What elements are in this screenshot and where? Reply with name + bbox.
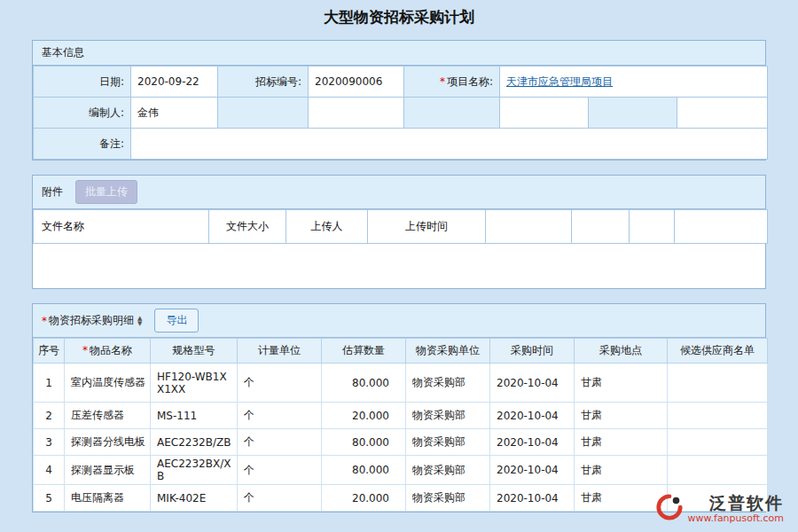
date-value: 2020-09-22 — [131, 66, 218, 98]
basic-row-2: 编制人: 金伟 — [34, 98, 768, 129]
fanpu-logo-icon — [655, 493, 684, 524]
cell-unit: 个 — [238, 429, 322, 456]
cell-spec-model: AEC2232B/ZB — [151, 429, 238, 456]
vendor-logo: 泛普软件 www.fanpusoft.com — [655, 493, 784, 525]
basic-info-form: 日期: 2020-09-22 招标编号: 2020090006 *项目名称: 天… — [33, 66, 768, 160]
detail-title: 物资招标采购明细 — [49, 313, 134, 328]
cell-purchase-dept: 物资采购部 — [406, 429, 490, 456]
col-unit: 计量单位 — [238, 339, 322, 364]
basic-row-1: 日期: 2020-09-22 招标编号: 2020090006 *项目名称: 天… — [34, 66, 768, 98]
editor-value: 金伟 — [131, 98, 218, 129]
detail-header-row: 序号 *物品名称 规格型号 计量单位 估算数量 物资采购单位 采购时间 采购地点… — [34, 339, 768, 364]
col-estimated-qty: 估算数量 — [322, 339, 406, 364]
table-row: 2 压差传感器 MS-111 个 20.000 物资采购部 2020-10-04… — [34, 403, 768, 429]
cell-item-name: 探测器分线电板 — [65, 429, 151, 456]
col-upload-time: 上传时间 — [368, 210, 486, 244]
col-seq: 序号 — [34, 339, 65, 364]
cell-candidate-suppliers — [668, 364, 768, 403]
table-row: 4 探测器显示板 AEC2232BX/XB 个 80.000 物资采购部 202… — [34, 456, 768, 485]
cell-purchase-place: 甘肃 — [575, 364, 668, 403]
basic-info-section: 基本信息 日期: 2020-09-22 招标编号: 2020090006 *项目… — [32, 40, 766, 160]
basic-info-header: 基本信息 — [33, 41, 765, 66]
col-purchase-dept: 物资采购单位 — [406, 339, 490, 364]
project-link[interactable]: 天津市应急管理局项目 — [506, 75, 613, 88]
col-uploader: 上传人 — [286, 210, 368, 244]
cell-estimated-qty: 80.000 — [322, 364, 406, 403]
cell-item-name: 电压隔离器 — [65, 485, 151, 512]
cell-purchase-time: 2020-10-04 — [490, 485, 575, 512]
empty-label-cell — [218, 98, 309, 129]
editor-label: 编制人: — [34, 98, 131, 129]
col-candidate-suppliers: 候选供应商名单 — [668, 339, 768, 364]
col-purchase-time: 采购时间 — [490, 339, 575, 364]
detail-table: 序号 *物品名称 规格型号 计量单位 估算数量 物资采购单位 采购时间 采购地点… — [33, 338, 768, 512]
col-spec-model: 规格型号 — [151, 339, 238, 364]
cell-seq: 2 — [34, 403, 65, 429]
cell-spec-model: MS-111 — [151, 403, 238, 429]
cell-candidate-suppliers — [668, 456, 768, 485]
required-mark: * — [42, 315, 47, 327]
empty-label-cell — [589, 98, 677, 129]
col-file-name: 文件名称 — [34, 210, 209, 244]
col-empty — [630, 210, 675, 244]
cell-purchase-dept: 物资采购部 — [406, 456, 490, 485]
cell-seq: 4 — [34, 456, 65, 485]
cell-candidate-suppliers — [668, 403, 768, 429]
sort-toggle-icon[interactable]: ▲ ▼ — [137, 316, 142, 326]
table-row: 1 室内温度传感器 HF120-WB1XX1XX 个 80.000 物资采购部 … — [34, 364, 768, 403]
required-mark: * — [440, 75, 445, 88]
empty-value-cell — [677, 98, 768, 129]
empty-label-cell — [404, 98, 500, 129]
cell-estimated-qty: 20.000 — [322, 485, 406, 512]
vendor-brand: 泛普软件 — [709, 493, 784, 512]
cell-purchase-time: 2020-10-04 — [490, 429, 575, 456]
cell-estimated-qty: 20.000 — [322, 403, 406, 429]
cell-item-name: 压差传感器 — [65, 403, 151, 429]
bid-no-value: 2020090006 — [309, 66, 404, 98]
remark-value — [131, 129, 768, 160]
cell-purchase-place: 甘肃 — [575, 485, 668, 512]
detail-section: * 物资招标采购明细 ▲ ▼ 导出 序号 *物品名称 规格型号 计量单位 估算数… — [32, 303, 766, 512]
cell-item-name: 室内温度传感器 — [65, 364, 151, 403]
col-empty — [675, 210, 768, 244]
cell-seq: 3 — [34, 429, 65, 456]
detail-header: * 物资招标采购明细 ▲ ▼ 导出 — [33, 304, 765, 338]
vendor-text: 泛普软件 www.fanpusoft.com — [688, 493, 784, 525]
cell-unit: 个 — [238, 364, 322, 403]
remark-label: 备注: — [34, 129, 131, 160]
sort-down-icon: ▼ — [137, 321, 142, 326]
cell-seq: 1 — [34, 364, 65, 403]
cell-spec-model: MIK-402E — [151, 485, 238, 512]
bid-no-label: 招标编号: — [218, 66, 309, 98]
cell-candidate-suppliers — [668, 429, 768, 456]
col-item-name-text: 物品名称 — [90, 344, 132, 356]
attachments-empty-area — [33, 244, 765, 288]
attachments-title: 附件 — [42, 184, 63, 200]
project-value-cell: 天津市应急管理局项目 — [500, 66, 768, 98]
cell-purchase-time: 2020-10-04 — [490, 403, 575, 429]
cell-purchase-place: 甘肃 — [575, 456, 668, 485]
cell-purchase-place: 甘肃 — [575, 429, 668, 456]
project-label-text: 项目名称: — [447, 75, 493, 88]
vendor-url: www.fanpusoft.com — [688, 512, 784, 525]
export-button[interactable]: 导出 — [154, 309, 199, 332]
cell-purchase-dept: 物资采购部 — [406, 485, 490, 512]
attachments-section: 附件 批量上传 文件名称 文件大小 上传人 上传时间 — [32, 175, 766, 289]
project-label: *项目名称: — [404, 66, 500, 98]
empty-value-cell — [500, 98, 589, 129]
cell-estimated-qty: 80.000 — [322, 456, 406, 485]
cell-unit: 个 — [238, 403, 322, 429]
required-mark: * — [82, 344, 88, 356]
attachments-header-row: 文件名称 文件大小 上传人 上传时间 — [34, 210, 768, 244]
attachments-table: 文件名称 文件大小 上传人 上传时间 — [33, 209, 768, 244]
col-empty — [572, 210, 630, 244]
cell-unit: 个 — [238, 485, 322, 512]
empty-value-cell — [309, 98, 404, 129]
table-row: 3 探测器分线电板 AEC2232B/ZB 个 80.000 物资采购部 202… — [34, 429, 768, 456]
cell-spec-model: AEC2232BX/XB — [151, 456, 238, 485]
col-file-size: 文件大小 — [209, 210, 286, 244]
batch-upload-button[interactable]: 批量上传 — [75, 180, 137, 204]
cell-purchase-dept: 物资采购部 — [406, 364, 490, 403]
date-label: 日期: — [34, 66, 131, 98]
col-empty — [486, 210, 572, 244]
